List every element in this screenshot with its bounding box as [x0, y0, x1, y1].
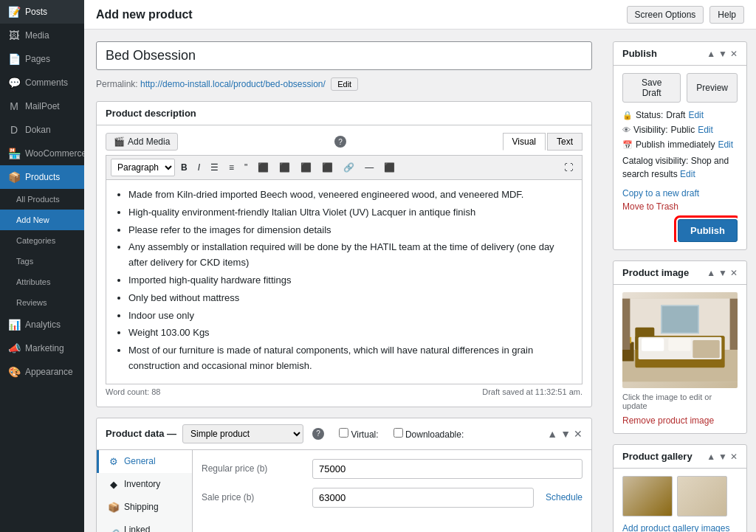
sidebar-item-analytics[interactable]: 📊 Analytics	[0, 313, 84, 336]
info-icon[interactable]: ?	[334, 136, 346, 148]
sidebar-item-tags[interactable]: Tags	[0, 251, 84, 272]
product-image-thumbnail[interactable]	[622, 292, 738, 388]
product-gallery-collapse-down[interactable]: ▼	[718, 452, 727, 462]
copy-to-draft-link[interactable]: Copy to a new draft	[622, 188, 738, 198]
product-image-collapse-down[interactable]: ▼	[718, 268, 727, 278]
product-type-select[interactable]: Simple product Grouped product External/…	[182, 424, 303, 443]
format-select[interactable]: Paragraph	[111, 159, 175, 176]
sidebar-item-all-products[interactable]: All Products	[0, 189, 84, 210]
visibility-edit-link[interactable]: Edit	[698, 125, 713, 135]
sidebar-item-label: All Products	[16, 195, 60, 204]
remove-product-image-link[interactable]: Remove product image	[622, 415, 714, 426]
sidebar-item-categories[interactable]: Categories	[0, 230, 84, 251]
content-item: Indoor use only	[128, 308, 574, 324]
calendar-icon: 📅	[622, 140, 633, 150]
publish-collapse-down[interactable]: ▼	[718, 49, 727, 59]
add-gallery-images-link[interactable]: Add product gallery images	[622, 523, 729, 532]
sidebar-item-comments[interactable]: 💬 Comments	[0, 71, 84, 94]
status-value: Draft	[666, 110, 685, 120]
status-edit-link[interactable]: Edit	[688, 110, 704, 120]
product-title-input[interactable]	[96, 41, 592, 70]
sidebar-item-media[interactable]: 🖼 Media	[0, 24, 84, 47]
downloadable-checkbox[interactable]	[394, 428, 403, 438]
sidebar-item-marketing[interactable]: 📣 Marketing	[0, 336, 84, 360]
sidebar-item-reviews[interactable]: Reviews	[0, 292, 84, 313]
product-gallery-collapse-up[interactable]: ▲	[707, 452, 715, 462]
draft-saved: Draft saved at 11:32:51 am.	[482, 387, 583, 396]
move-to-trash-link[interactable]: Move to Trash	[622, 201, 738, 212]
pd-tab-shipping[interactable]: 📦 Shipping	[97, 496, 192, 519]
pd-tab-inventory[interactable]: ◆ Inventory	[97, 473, 192, 496]
italic-button[interactable]: I	[193, 160, 205, 175]
schedule-link[interactable]: Schedule	[546, 492, 583, 502]
pd-tab-linked-products[interactable]: 🔗 Linked Products	[97, 519, 192, 532]
preview-button[interactable]: Preview	[687, 73, 738, 103]
product-data-info-icon[interactable]: ?	[312, 428, 324, 440]
analytics-icon: 📊	[7, 319, 21, 331]
product-image-collapse-up[interactable]: ▲	[707, 268, 715, 278]
sidebar-item-add-new[interactable]: Add New	[0, 210, 84, 230]
publish-header-label: Publish	[622, 48, 657, 59]
comments-icon: 💬	[7, 77, 21, 89]
inventory-tab-icon: ◆	[108, 479, 120, 490]
toolbar-toggle-button[interactable]: ⬛	[379, 160, 399, 175]
sidebar-item-woocommerce[interactable]: 🏪 WooCommerce	[0, 142, 84, 165]
topbar-right: Screen Options Help	[627, 6, 744, 24]
add-media-button[interactable]: 🎬 Add Media	[106, 133, 178, 151]
align-right-button[interactable]: ⬛	[296, 160, 316, 175]
edit-permalink-button[interactable]: Edit	[331, 77, 358, 91]
gallery-thumb-2[interactable]	[677, 476, 727, 517]
content-item: Any assembly or installation required wi…	[128, 240, 574, 271]
align-center-button[interactable]: ⬛	[275, 160, 295, 175]
pd-tab-general[interactable]: ⚙ General	[97, 450, 192, 473]
screen-options-button[interactable]: Screen Options	[627, 6, 704, 24]
sale-price-input[interactable]	[312, 488, 534, 508]
sidebar-item-dokan[interactable]: D Dokan	[0, 118, 84, 142]
regular-price-input[interactable]	[312, 459, 583, 479]
product-description-box: Product description 🎬 Add Media ? Visual…	[96, 101, 592, 407]
fullscreen-button[interactable]: ⛶	[560, 160, 577, 175]
pdata-close[interactable]: ✕	[574, 428, 583, 440]
virtual-checkbox[interactable]	[339, 428, 348, 438]
pdata-collapse-down[interactable]: ▼	[560, 428, 571, 440]
editor-content[interactable]: Made from Kiln-dried imported Beech wood…	[106, 179, 583, 384]
permalink-bar: Permalink: http://demo-install.local/pro…	[96, 77, 592, 91]
sidebar-item-attributes[interactable]: Attributes	[0, 272, 84, 292]
align-left-button[interactable]: ⬛	[253, 160, 273, 175]
publish-box-header: Publish ▲ ▼ ✕	[614, 42, 746, 66]
publish-time-edit-link[interactable]: Edit	[718, 139, 733, 150]
ordered-list-button[interactable]: ≡	[224, 160, 238, 175]
inventory-tab-label: Inventory	[124, 479, 160, 489]
permalink-url[interactable]: http://demo-install.local/product/bed-ob…	[140, 79, 326, 89]
save-draft-button[interactable]: Save Draft	[622, 73, 681, 103]
product-gallery-close[interactable]: ✕	[730, 452, 738, 462]
sidebar-item-label: Dokan	[25, 125, 51, 135]
text-tab[interactable]: Text	[547, 133, 583, 151]
unordered-list-button[interactable]: ☰	[206, 160, 223, 175]
catalog-label: Catalog visibility:	[622, 156, 688, 166]
blockquote-button[interactable]: "	[240, 160, 252, 175]
publish-time-label: Publish	[636, 139, 664, 150]
sidebar-item-posts[interactable]: 📝 Posts	[0, 0, 84, 24]
bold-button[interactable]: B	[176, 160, 192, 175]
pdata-collapse-up[interactable]: ▲	[547, 428, 557, 440]
sidebar-item-label: Posts	[25, 7, 47, 17]
product-image-header-label: Product image	[622, 267, 689, 278]
product-image-body: Click the image to edit or update Remove…	[614, 285, 746, 433]
publish-header-controls: ▲ ▼ ✕	[707, 49, 738, 59]
sidebar-item-pages[interactable]: 📄 Pages	[0, 47, 84, 71]
product-image-close[interactable]: ✕	[730, 268, 738, 278]
publish-button[interactable]: Publish	[678, 219, 738, 242]
sidebar-item-mailpoet[interactable]: M MailPoet	[0, 94, 84, 118]
help-button[interactable]: Help	[709, 6, 744, 24]
sidebar-item-products[interactable]: 📦 Products	[0, 165, 84, 189]
publish-collapse-up[interactable]: ▲	[707, 49, 715, 59]
publish-close[interactable]: ✕	[730, 49, 738, 59]
catalog-edit-link[interactable]: Edit	[680, 169, 695, 179]
more-button[interactable]: —	[360, 160, 378, 175]
gallery-thumb-1[interactable]	[622, 476, 673, 517]
visual-tab[interactable]: Visual	[503, 133, 546, 151]
link-button[interactable]: 🔗	[339, 160, 359, 175]
sidebar-item-appearance[interactable]: 🎨 Appearance	[0, 360, 84, 384]
align-justify-button[interactable]: ⬛	[317, 160, 337, 175]
